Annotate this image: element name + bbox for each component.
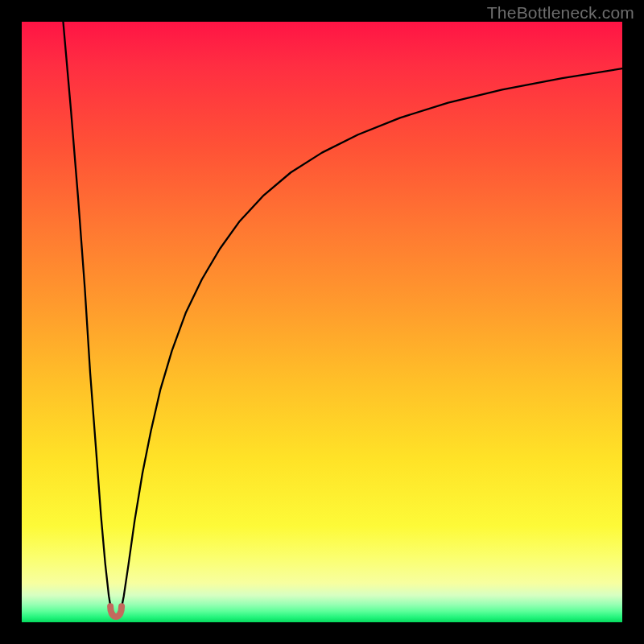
chart-curves-svg bbox=[22, 22, 622, 622]
watermark-label: TheBottleneck.com bbox=[487, 3, 634, 23]
chart-plot-area bbox=[22, 22, 622, 622]
minimum-marker-u-icon bbox=[110, 606, 122, 617]
chart-frame: TheBottleneck.com bbox=[0, 0, 644, 644]
curve-right-branch bbox=[120, 68, 622, 614]
curve-left-branch bbox=[63, 22, 111, 614]
